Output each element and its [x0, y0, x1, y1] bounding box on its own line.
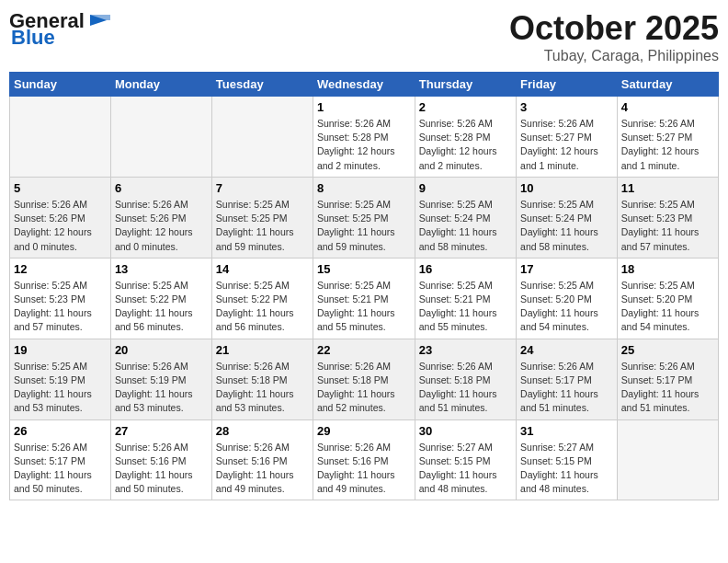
day-number: 5 [14, 181, 107, 195]
day-number: 2 [419, 100, 512, 114]
weekday-header-tuesday: Tuesday [211, 73, 313, 97]
weekday-header-monday: Monday [110, 73, 211, 97]
day-info: Sunrise: 5:26 AM Sunset: 5:18 PM Dayligh… [317, 360, 411, 416]
calendar-cell [617, 419, 718, 500]
day-number: 27 [115, 424, 208, 438]
calendar-cell: 29Sunrise: 5:26 AM Sunset: 5:16 PM Dayli… [313, 419, 415, 500]
calendar-cell: 17Sunrise: 5:25 AM Sunset: 5:20 PM Dayli… [517, 258, 618, 339]
calendar-cell: 18Sunrise: 5:25 AM Sunset: 5:20 PM Dayli… [617, 258, 718, 339]
day-number: 24 [520, 343, 613, 357]
day-info: Sunrise: 5:26 AM Sunset: 5:16 PM Dayligh… [216, 441, 309, 497]
calendar-cell [211, 97, 313, 178]
day-info: Sunrise: 5:26 AM Sunset: 5:19 PM Dayligh… [115, 360, 208, 416]
day-info: Sunrise: 5:25 AM Sunset: 5:23 PM Dayligh… [14, 279, 107, 335]
day-info: Sunrise: 5:25 AM Sunset: 5:24 PM Dayligh… [520, 198, 613, 254]
calendar-cell: 9Sunrise: 5:25 AM Sunset: 5:24 PM Daylig… [415, 177, 516, 258]
calendar-cell: 26Sunrise: 5:26 AM Sunset: 5:17 PM Dayli… [10, 419, 111, 500]
weekday-header-saturday: Saturday [617, 73, 718, 97]
calendar-cell: 25Sunrise: 5:26 AM Sunset: 5:17 PM Dayli… [617, 339, 718, 419]
title-area: October 2025 Tubay, Caraga, Philippines [509, 9, 719, 64]
day-number: 9 [419, 181, 512, 195]
day-number: 29 [317, 424, 411, 438]
day-info: Sunrise: 5:26 AM Sunset: 5:18 PM Dayligh… [419, 360, 512, 416]
day-info: Sunrise: 5:25 AM Sunset: 5:22 PM Dayligh… [216, 279, 309, 335]
day-info: Sunrise: 5:27 AM Sunset: 5:15 PM Dayligh… [419, 441, 512, 497]
calendar-cell: 14Sunrise: 5:25 AM Sunset: 5:22 PM Dayli… [211, 258, 313, 339]
day-number: 15 [317, 262, 411, 276]
weekday-header-wednesday: Wednesday [313, 73, 415, 97]
day-info: Sunrise: 5:25 AM Sunset: 5:20 PM Dayligh… [520, 279, 613, 335]
weekday-header-thursday: Thursday [415, 73, 516, 97]
day-number: 31 [520, 424, 613, 438]
calendar-cell [10, 97, 111, 178]
day-info: Sunrise: 5:25 AM Sunset: 5:25 PM Dayligh… [317, 198, 411, 254]
day-number: 30 [419, 424, 512, 438]
day-info: Sunrise: 5:26 AM Sunset: 5:26 PM Dayligh… [14, 198, 107, 254]
day-number: 21 [216, 343, 309, 357]
month-title: October 2025 [509, 9, 719, 48]
calendar-week-row: 19Sunrise: 5:25 AM Sunset: 5:19 PM Dayli… [10, 339, 719, 419]
day-info: Sunrise: 5:26 AM Sunset: 5:26 PM Dayligh… [115, 198, 208, 254]
calendar-table: SundayMondayTuesdayWednesdayThursdayFrid… [9, 72, 719, 500]
calendar-cell: 28Sunrise: 5:26 AM Sunset: 5:16 PM Dayli… [211, 419, 313, 500]
day-info: Sunrise: 5:25 AM Sunset: 5:21 PM Dayligh… [317, 279, 411, 335]
calendar-cell: 12Sunrise: 5:25 AM Sunset: 5:23 PM Dayli… [10, 258, 111, 339]
logo-flag-icon [86, 11, 114, 31]
day-info: Sunrise: 5:26 AM Sunset: 5:17 PM Dayligh… [621, 360, 714, 416]
day-number: 17 [520, 262, 613, 276]
day-info: Sunrise: 5:26 AM Sunset: 5:27 PM Dayligh… [520, 117, 613, 173]
day-number: 20 [115, 343, 208, 357]
day-number: 3 [520, 100, 613, 114]
calendar-cell: 27Sunrise: 5:26 AM Sunset: 5:16 PM Dayli… [110, 419, 211, 500]
day-info: Sunrise: 5:25 AM Sunset: 5:21 PM Dayligh… [419, 279, 512, 335]
calendar-cell: 21Sunrise: 5:26 AM Sunset: 5:18 PM Dayli… [211, 339, 313, 419]
calendar-cell: 30Sunrise: 5:27 AM Sunset: 5:15 PM Dayli… [415, 419, 516, 500]
day-info: Sunrise: 5:25 AM Sunset: 5:19 PM Dayligh… [14, 360, 107, 416]
calendar-cell: 10Sunrise: 5:25 AM Sunset: 5:24 PM Dayli… [517, 177, 618, 258]
calendar-cell [110, 97, 211, 178]
calendar-cell: 2Sunrise: 5:26 AM Sunset: 5:28 PM Daylig… [415, 97, 516, 178]
day-number: 16 [419, 262, 512, 276]
day-info: Sunrise: 5:26 AM Sunset: 5:17 PM Dayligh… [520, 360, 613, 416]
calendar-week-row: 26Sunrise: 5:26 AM Sunset: 5:17 PM Dayli… [10, 419, 719, 500]
day-info: Sunrise: 5:25 AM Sunset: 5:23 PM Dayligh… [621, 198, 714, 254]
calendar-week-row: 12Sunrise: 5:25 AM Sunset: 5:23 PM Dayli… [10, 258, 719, 339]
weekday-header-sunday: Sunday [10, 73, 111, 97]
day-number: 18 [621, 262, 714, 276]
weekday-header-friday: Friday [517, 73, 618, 97]
logo-blue: Blue [9, 26, 55, 50]
day-info: Sunrise: 5:25 AM Sunset: 5:24 PM Dayligh… [419, 198, 512, 254]
day-info: Sunrise: 5:26 AM Sunset: 5:16 PM Dayligh… [115, 441, 208, 497]
day-number: 11 [621, 181, 714, 195]
calendar-cell: 1Sunrise: 5:26 AM Sunset: 5:28 PM Daylig… [313, 97, 415, 178]
day-number: 26 [14, 424, 107, 438]
calendar-cell: 19Sunrise: 5:25 AM Sunset: 5:19 PM Dayli… [10, 339, 111, 419]
day-number: 28 [216, 424, 309, 438]
day-number: 8 [317, 181, 411, 195]
calendar-cell: 4Sunrise: 5:26 AM Sunset: 5:27 PM Daylig… [617, 97, 718, 178]
calendar-cell: 16Sunrise: 5:25 AM Sunset: 5:21 PM Dayli… [415, 258, 516, 339]
calendar-week-row: 1Sunrise: 5:26 AM Sunset: 5:28 PM Daylig… [10, 97, 719, 178]
day-number: 1 [317, 100, 411, 114]
day-number: 22 [317, 343, 411, 357]
day-number: 10 [520, 181, 613, 195]
day-info: Sunrise: 5:27 AM Sunset: 5:15 PM Dayligh… [520, 441, 613, 497]
day-number: 6 [115, 181, 208, 195]
day-info: Sunrise: 5:26 AM Sunset: 5:16 PM Dayligh… [317, 441, 411, 497]
day-number: 12 [14, 262, 107, 276]
day-info: Sunrise: 5:26 AM Sunset: 5:17 PM Dayligh… [14, 441, 107, 497]
logo: General Blue [9, 9, 114, 50]
calendar-cell: 8Sunrise: 5:25 AM Sunset: 5:25 PM Daylig… [313, 177, 415, 258]
day-info: Sunrise: 5:25 AM Sunset: 5:22 PM Dayligh… [115, 279, 208, 335]
location-subtitle: Tubay, Caraga, Philippines [509, 48, 719, 64]
day-number: 23 [419, 343, 512, 357]
calendar-cell: 22Sunrise: 5:26 AM Sunset: 5:18 PM Dayli… [313, 339, 415, 419]
calendar-cell: 13Sunrise: 5:25 AM Sunset: 5:22 PM Dayli… [110, 258, 211, 339]
calendar-cell: 15Sunrise: 5:25 AM Sunset: 5:21 PM Dayli… [313, 258, 415, 339]
day-info: Sunrise: 5:26 AM Sunset: 5:27 PM Dayligh… [621, 117, 714, 173]
calendar-cell: 5Sunrise: 5:26 AM Sunset: 5:26 PM Daylig… [10, 177, 111, 258]
day-info: Sunrise: 5:26 AM Sunset: 5:18 PM Dayligh… [216, 360, 309, 416]
calendar-cell: 7Sunrise: 5:25 AM Sunset: 5:25 PM Daylig… [211, 177, 313, 258]
day-number: 4 [621, 100, 714, 114]
day-info: Sunrise: 5:25 AM Sunset: 5:20 PM Dayligh… [621, 279, 714, 335]
